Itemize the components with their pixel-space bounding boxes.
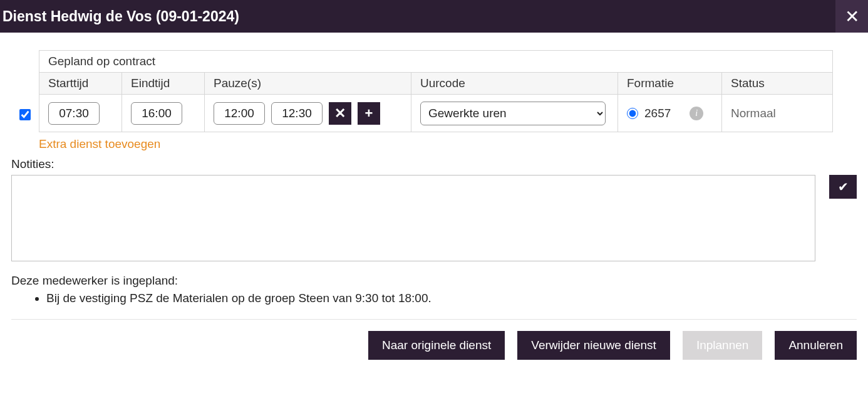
notes-textarea[interactable] — [11, 175, 815, 261]
pauze-start-input[interactable] — [214, 102, 265, 125]
dialog-title: Dienst Hedwig de Vos (09-01-2024) — [3, 8, 239, 25]
table-row: ✕ + Gewerkte uren — [39, 95, 833, 132]
uurcode-select[interactable]: Gewerkte uren — [420, 102, 606, 125]
scheduled-info: Deze medewerker is ingepland: Bij de ves… — [11, 274, 857, 305]
check-icon: ✔ — [838, 179, 849, 194]
remove-pause-button[interactable]: ✕ — [329, 102, 351, 125]
pauze-end-input[interactable] — [271, 102, 323, 125]
table-superheader: Gepland op contract — [39, 51, 833, 73]
add-pause-button[interactable]: + — [358, 102, 380, 125]
dialog-header: Dienst Hedwig de Vos (09-01-2024) ✕ — [0, 0, 868, 33]
formatie-radio[interactable] — [627, 108, 638, 119]
col-uurcode: Uurcode — [411, 73, 618, 95]
info-icon[interactable]: i — [690, 107, 703, 120]
status-value: Normaal — [731, 107, 776, 120]
to-original-button[interactable]: Naar originele dienst — [368, 331, 505, 360]
col-pauze: Pauze(s) — [205, 73, 411, 95]
x-icon: ✕ — [334, 105, 346, 122]
notes-confirm-button[interactable]: ✔ — [829, 175, 857, 199]
notes-label: Notities: — [11, 157, 857, 171]
col-eindtijd: Eindtijd — [122, 73, 205, 95]
row-checkbox[interactable] — [19, 109, 31, 120]
close-button[interactable]: ✕ — [835, 0, 868, 33]
starttijd-input[interactable] — [48, 102, 100, 125]
eindtijd-input[interactable] — [131, 102, 182, 125]
col-status: Status — [722, 73, 833, 95]
scheduled-intro: Deze medewerker is ingepland: — [11, 274, 857, 288]
schedule-table: Gepland op contract Starttijd Eindtijd P… — [39, 50, 833, 132]
delete-new-button[interactable]: Verwijder nieuwe dienst — [517, 331, 670, 360]
add-extra-service-link[interactable]: Extra dienst toevoegen — [39, 137, 160, 151]
cancel-button[interactable]: Annuleren — [775, 331, 857, 360]
col-formatie: Formatie — [618, 73, 722, 95]
formatie-value: 2657 — [644, 107, 671, 120]
close-icon: ✕ — [845, 6, 859, 27]
col-starttijd: Starttijd — [39, 73, 122, 95]
scheduled-item: Bij de vestiging PSZ de Materialen op de… — [46, 291, 857, 305]
dialog-footer: Naar originele dienst Verwijder nieuwe d… — [11, 320, 857, 360]
plus-icon: + — [365, 105, 373, 122]
plan-button: Inplannen — [683, 331, 762, 360]
